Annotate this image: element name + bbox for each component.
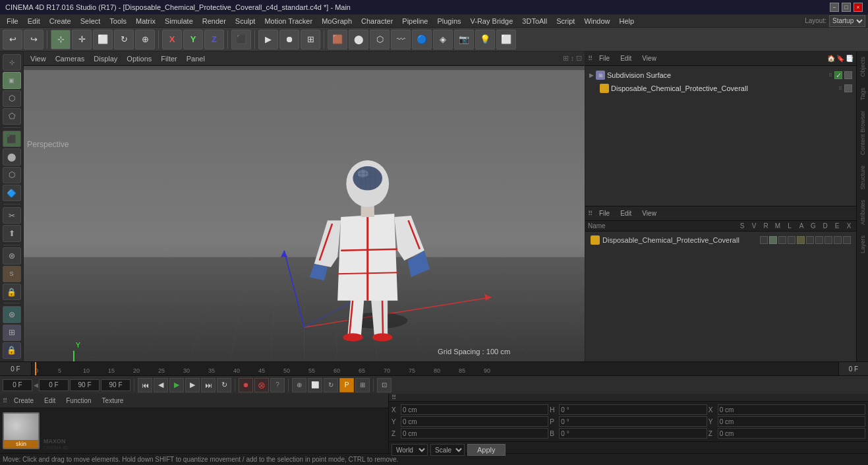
record-btn-tl[interactable]: ⏺ [239,378,253,392]
attr-toggle-4[interactable] [788,236,796,244]
attr-menu-edit[interactable]: Edit [616,209,635,218]
material-skin-swatch[interactable]: skin [3,412,40,449]
obj-check-2[interactable] [844,71,852,79]
axis-y-btn[interactable]: Y [183,30,203,49]
rotate-tool-btn[interactable]: ↻ [114,30,134,49]
record-btn[interactable]: ⏺ [279,30,299,49]
vp-menu-display[interactable]: Display [90,53,121,64]
floor-btn[interactable]: ⬜ [496,30,516,49]
grid-tl-btn[interactable]: ⊞ [355,378,370,392]
menu-script[interactable]: Script [552,16,579,26]
move-tl-btn[interactable]: ⊕ [292,378,306,392]
vtab-layers[interactable]: Layers [858,230,867,259]
plane-btn[interactable]: ⬡ [370,30,390,49]
menu-help[interactable]: Help [616,16,639,26]
undo-btn[interactable]: ↩ [3,30,22,49]
vtab-tags[interactable]: Tags [858,82,867,106]
menu-mograph[interactable]: MoGraph [318,16,356,26]
timeline-btn[interactable]: ⊞ [301,30,320,49]
render-region-btn[interactable]: ⬛ [231,30,251,49]
vtab-attributes[interactable]: Attributes [858,195,867,230]
coord-b-rot[interactable] [559,428,707,439]
transform-tool-btn[interactable]: ⊕ [135,30,155,49]
objects-icon-3[interactable]: 📑 [846,55,854,62]
move-tool-btn[interactable]: ✛ [72,30,92,49]
mat-menu-texture[interactable]: Texture [98,396,128,405]
sphere-btn[interactable]: ⬤ [349,30,368,49]
vp-icon-1[interactable]: ⊞ [563,54,569,63]
menu-file[interactable]: File [3,16,22,26]
attr-toggle-7[interactable] [815,236,823,244]
vtab-content-browser[interactable]: Content Browser [858,106,867,160]
sidebar-move-btn[interactable]: ⊹ [3,54,21,71]
menu-vray[interactable]: V-Ray Bridge [467,16,517,26]
nurbs-btn[interactable]: 🔵 [412,30,432,49]
apply-button[interactable]: Apply [467,444,506,456]
camera-btn[interactable]: 📷 [454,30,474,49]
objects-subdivision-surface[interactable]: ▶ ⊞ Subdivision Surface ⠿ ✓ [588,69,854,82]
sidebar-magnet-btn[interactable]: ⊛ [3,247,21,264]
obj-check-3[interactable] [844,84,852,92]
panel-tl-btn[interactable]: ⊡ [377,378,391,392]
deformer-btn[interactable]: ◈ [433,30,453,49]
menu-simulate[interactable]: Simulate [161,16,197,26]
sidebar-polygon-btn[interactable]: ⬡ [3,90,21,107]
vp-icon-2[interactable]: ↕ [571,54,575,63]
question-btn[interactable]: ? [270,378,285,392]
objects-menu-file[interactable]: File [595,54,614,63]
goto-start-btn[interactable]: ⏮ [138,378,152,392]
sidebar-poly-btn[interactable]: ⬡ [3,167,21,183]
prev-frame-btn[interactable]: ◀ [154,378,168,392]
close-btn[interactable]: × [854,3,863,12]
sidebar-selection-btn[interactable]: ▣ [3,72,21,88]
sidebar-lock2-btn[interactable]: 🔒 [3,342,21,359]
goto-end-btn[interactable]: ⏭ [201,378,216,392]
key-left-field[interactable] [39,379,69,391]
menu-matrix[interactable]: Matrix [132,16,159,26]
objects-menu-view[interactable]: View [638,54,660,63]
attr-menu-file[interactable]: File [595,209,614,218]
select-tool-btn[interactable]: ⊹ [51,30,71,49]
objects-menu-edit[interactable]: Edit [616,54,635,63]
sidebar-lock-btn[interactable]: 🔒 [3,284,21,300]
coord-z-pos[interactable] [401,428,548,439]
attr-coverall-row[interactable]: Disposable_Chemical_Protective_Coverall [588,234,854,246]
vtab-structure[interactable]: Structure [858,160,867,195]
light-btn[interactable]: 💡 [475,30,495,49]
sidebar-extrude-btn[interactable]: ⬆ [3,225,21,241]
coord-h-rot[interactable] [559,404,707,415]
play-btn[interactable]: ▶ [169,378,184,392]
vp-menu-filter[interactable]: Filter [157,53,181,64]
maximize-btn[interactable]: □ [842,3,851,12]
sidebar-cube-btn[interactable]: ⬛ [3,131,21,147]
sidebar-sphere-btn[interactable]: ⬤ [3,148,21,165]
attr-toggle-8[interactable] [825,236,832,244]
sidebar-knife-btn[interactable]: ✂ [3,207,21,224]
vp-menu-options[interactable]: Options [123,53,156,64]
menu-plugins[interactable]: Plugins [433,16,465,26]
vp-icon-3[interactable]: ⊡ [576,54,582,63]
start-frame-input[interactable] [3,379,32,391]
cube-btn[interactable]: 🟫 [328,30,347,49]
vp-menu-view[interactable]: View [26,53,50,64]
vp-menu-panel[interactable]: Panel [183,53,209,64]
keyframe-btn[interactable]: P [339,378,354,392]
layout-select[interactable]: Startup [829,15,865,27]
stop-record-btn[interactable]: ⊗ [254,378,269,392]
coord-p-rot[interactable] [559,416,707,427]
attr-toggle-2[interactable] [769,236,777,244]
obj-check-v-1[interactable]: ✓ [834,71,842,79]
loop-btn[interactable]: ↻ [217,378,231,392]
key-right-field[interactable] [101,379,130,391]
sidebar-snap-btn[interactable]: ⊛ [3,306,21,323]
mat-menu-edit[interactable]: Edit [40,396,59,405]
redo-btn[interactable]: ↪ [24,30,43,49]
mat-menu-function[interactable]: Function [62,396,95,405]
vp-menu-cameras[interactable]: Cameras [51,53,89,64]
objects-icon-2[interactable]: 🔖 [836,55,844,62]
attr-toggle-10[interactable] [843,236,851,244]
attr-menu-view[interactable]: View [638,209,660,218]
sidebar-edge-btn[interactable]: ⬠ [3,108,21,125]
end-frame-input[interactable] [70,379,100,391]
coord-x-pos[interactable] [401,404,548,415]
